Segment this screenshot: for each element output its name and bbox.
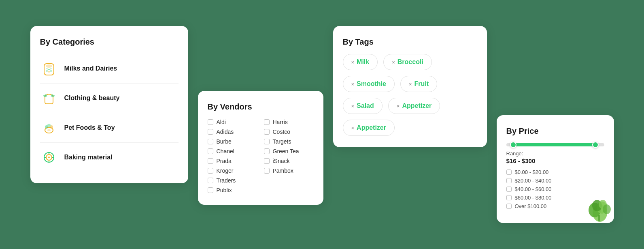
vendor-item-adidas[interactable]: Adidas (208, 129, 257, 135)
vendor-checkbox-costco[interactable] (264, 129, 270, 135)
slider-fill (511, 143, 595, 146)
price-option-label-40-60: $40.00 - $60.00 (515, 186, 552, 192)
baking-icon (40, 148, 58, 166)
category-item-milks[interactable]: Milks and Dairies (40, 54, 179, 84)
tags-title: By Tags (343, 37, 477, 47)
petfoods-icon (40, 119, 58, 137)
vendor-checkbox-greentea[interactable] (264, 148, 270, 154)
tag-fruit[interactable]: × Fruit (400, 76, 437, 92)
vendor-checkbox-publix[interactable] (208, 187, 213, 193)
broccoli-decoration (578, 187, 614, 223)
price-checkbox-40-60[interactable] (506, 187, 512, 192)
vendor-checkbox-pambox[interactable] (264, 168, 270, 174)
vendor-item-prada[interactable]: Prada (208, 158, 257, 164)
vendor-label-costco: Costco (273, 129, 291, 135)
vendor-label-pambox: Pambox (273, 167, 293, 174)
vendor-label-chanel: Chanel (217, 148, 234, 155)
vendor-checkbox-prada[interactable] (208, 158, 213, 164)
vendor-item-isnack[interactable]: iSnack (264, 158, 314, 164)
vendor-checkbox-traders[interactable] (208, 178, 213, 183)
tag-label-smoothie: Smoothie (357, 80, 386, 88)
vendor-label-burbe: Burbe (217, 138, 232, 145)
tag-label-appetizer: Appetizer (402, 102, 431, 109)
vendor-item-publix[interactable]: Publix (208, 187, 257, 193)
tag-milk[interactable]: × Milk (343, 54, 378, 70)
vendor-item-kroger[interactable]: Kroger (208, 167, 257, 174)
tag-salad[interactable]: × Salad (343, 98, 383, 114)
tag-x-milk: × (351, 59, 355, 65)
svg-point-23 (603, 204, 611, 214)
clothing-icon (40, 89, 58, 107)
svg-rect-24 (598, 215, 600, 221)
price-checkbox-20-40[interactable] (506, 178, 512, 183)
clothing-label: Clothing & beauty (64, 94, 120, 102)
tag-smoothie[interactable]: × Smoothie (343, 76, 395, 92)
category-item-baking[interactable]: Baking material (40, 143, 179, 172)
vendor-checkbox-aldi[interactable] (208, 119, 213, 125)
vendor-checkbox-burbe[interactable] (208, 139, 213, 144)
categories-card: By Categories Milks and Dairies (30, 26, 188, 183)
vendor-item-targets[interactable]: Targets (264, 138, 314, 145)
vendor-label-targets: Targets (273, 138, 291, 145)
vendors-grid: Aldi Harris Adidas Costco Burbe Targets (208, 119, 314, 193)
price-title: By Price (506, 127, 604, 136)
tag-broccoli[interactable]: × Broccoli (383, 54, 432, 70)
tag-x-broccoli: × (392, 59, 395, 65)
vendor-item-chanel[interactable]: Chanel (208, 148, 257, 155)
tag-appetizer[interactable]: × Appetizer (388, 98, 440, 114)
price-option-20-40[interactable]: $20.00 - $40.00 (506, 178, 604, 184)
svg-point-10 (47, 129, 51, 131)
slider-thumb-right[interactable] (592, 142, 599, 148)
vendor-label-harris: Harris (273, 119, 288, 125)
price-card: By Price Range: $16 - $300 $0.00 - $20.0… (497, 115, 614, 223)
tag-label-appetizer2: Appetizer (357, 124, 386, 131)
vendor-item-harris[interactable]: Harris (264, 119, 314, 125)
baking-label: Baking material (64, 154, 113, 161)
page-layout: By Categories Milks and Dairies (30, 26, 614, 223)
vendor-item-traders[interactable]: Traders (208, 177, 257, 184)
price-option-label-over-100: Over $100.00 (515, 203, 547, 209)
vendor-label-traders: Traders (217, 177, 236, 184)
price-checkbox-60-80[interactable] (506, 195, 512, 200)
tag-label-salad: Salad (357, 102, 374, 109)
vendor-label-greentea: Green Tea (273, 148, 299, 155)
tags-card: By Tags × Milk × Broccoli × Smoothie × F… (333, 26, 487, 147)
categories-list: Milks and Dairies Clothing & beauty (40, 54, 179, 172)
vendor-checkbox-harris[interactable] (264, 119, 270, 125)
vendor-item-costco[interactable]: Costco (264, 129, 314, 135)
vendor-checkbox-adidas[interactable] (208, 129, 213, 135)
svg-point-17 (48, 157, 50, 158)
price-slider[interactable] (506, 143, 604, 146)
tag-appetizer2[interactable]: × Appetizer (343, 120, 395, 136)
petfoods-label: Pet Foods & Toy (64, 124, 115, 131)
vendor-label-aldi: Aldi (217, 119, 226, 125)
price-option-0-20[interactable]: $0.00 - $20.00 (506, 169, 604, 175)
slider-thumb-left[interactable] (510, 142, 516, 148)
vendor-label-prada: Prada (217, 158, 232, 164)
vendor-label-kroger: Kroger (217, 167, 234, 174)
category-item-petfoods[interactable]: Pet Foods & Toy (40, 113, 179, 143)
milks-label: Milks and Dairies (64, 65, 117, 72)
price-option-label-60-80: $60.00 - $80.00 (515, 195, 552, 201)
vendors-card: By Vendors Aldi Harris Adidas Costco Bur… (198, 91, 323, 205)
price-option-label-20-40: $20.00 - $40.00 (515, 178, 552, 184)
vendor-item-burbe[interactable]: Burbe (208, 138, 257, 145)
price-checkbox-0-20[interactable] (506, 170, 512, 175)
tag-x-fruit: × (409, 81, 412, 87)
vendor-item-greentea[interactable]: Green Tea (264, 148, 314, 155)
tag-x-smoothie: × (351, 81, 355, 87)
vendor-item-aldi[interactable]: Aldi (208, 119, 257, 125)
svg-point-1 (46, 64, 52, 68)
vendor-checkbox-targets[interactable] (264, 139, 270, 144)
price-checkbox-over-100[interactable] (506, 204, 512, 209)
vendor-label-isnack: iSnack (273, 158, 290, 164)
vendor-item-pambox[interactable]: Pambox (264, 167, 314, 174)
vendor-checkbox-chanel[interactable] (208, 148, 213, 154)
vendor-checkbox-kroger[interactable] (208, 168, 213, 174)
category-item-clothing[interactable]: Clothing & beauty (40, 84, 179, 113)
price-range-label: Range: (506, 150, 604, 157)
svg-point-3 (48, 71, 50, 73)
vendor-checkbox-isnack[interactable] (264, 158, 270, 164)
tag-label-broccoli: Broccoli (397, 58, 423, 66)
tag-x-salad: × (351, 103, 355, 109)
